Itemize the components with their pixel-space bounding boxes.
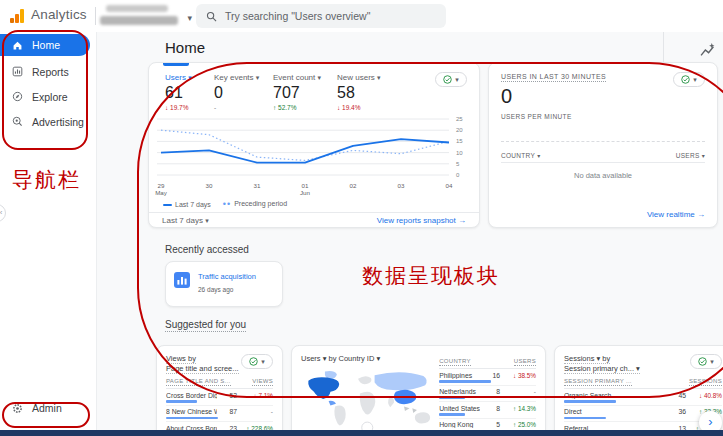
table-row[interactable]: United States8↑ 14.3% <box>439 402 536 419</box>
ga-home-screen: Analytics ▾ Try searching "Users overvie… <box>0 0 723 436</box>
card-title-line2: Page title and scree... <box>166 364 239 374</box>
chevron-down-icon: ▾ <box>256 74 260 81</box>
column-label[interactable]: PAGE TITLE AND S... <box>166 378 231 386</box>
table-row[interactable]: Cross Border Digital ...52↓ 7.1% <box>166 389 273 406</box>
card-title-line2: Session primary ch... ▾ <box>564 364 640 374</box>
column-label[interactable]: SESSIONS <box>689 378 722 386</box>
row-value: 36 <box>666 408 686 415</box>
realtime-card: USERS IN LAST 30 MINUTES ▾ 0 USERS PER M… <box>488 62 718 228</box>
insights-button[interactable] <box>697 40 717 60</box>
column-label[interactable]: COUNTRY <box>439 358 471 366</box>
view-realtime-link[interactable]: View realtime → <box>647 210 705 219</box>
row-name: Netherlands <box>439 388 480 395</box>
metric-delta: ↑ 52.7% <box>273 104 337 111</box>
sidebar-item-label: Advertising <box>32 116 84 128</box>
sidebar-item-reports[interactable]: Reports <box>0 59 96 84</box>
sidebar-collapse-handle[interactable]: ‹ <box>0 204 6 222</box>
brand-name: Analytics <box>31 7 87 22</box>
row-bar <box>439 413 465 416</box>
no-data-message: No data available <box>489 171 717 180</box>
suggested-card-views-by-page: Views by Page title and scree... ▾ PAGE … <box>156 345 283 436</box>
sidebar-item-admin[interactable]: Admin <box>0 402 62 414</box>
metric-label: Event count <box>273 73 315 82</box>
svg-text:0: 0 <box>456 172 460 178</box>
solid-line-swatch <box>163 204 172 206</box>
suggested-heading-label: Suggested for you <box>165 319 246 332</box>
insight-status-dropdown[interactable]: ▾ <box>435 72 467 87</box>
check-circle-icon <box>443 75 452 84</box>
column-country[interactable]: COUNTRY ▾ <box>501 152 540 159</box>
chevron-down-icon: ▾ <box>702 153 705 159</box>
row-name: United States <box>439 405 480 412</box>
overview-card: Users ▾ 61 ↓ 19.7% Key events ▾ 0 - Even… <box>148 62 480 228</box>
search-placeholder: Try searching "Users overview" <box>225 10 370 22</box>
card-title-line1: Views by <box>166 354 196 364</box>
link-label: View realtime <box>647 210 695 219</box>
svg-text:10: 10 <box>456 150 463 156</box>
column-label[interactable]: USERS <box>514 358 536 366</box>
users-trend-chart[interactable]: 0510152025 <box>157 117 473 181</box>
chevron-down-icon: ▾ <box>188 74 192 81</box>
table-body: Organic Search45↓ 40.8%Direct36↑ 33.3%Re… <box>564 389 722 436</box>
country-table: COUNTRY USERS Philippines16↓ 38.5%Nether… <box>439 354 536 435</box>
metric-new-users[interactable]: New users ▾ 58 ↓ 19.4% <box>337 73 417 111</box>
view-reports-snapshot-link[interactable]: View reports snapshot → <box>377 216 466 225</box>
column-label[interactable]: SESSION PRIMARY ... <box>564 378 632 386</box>
recently-accessed-item[interactable]: Traffic acquisition 26 days ago <box>165 261 283 307</box>
metric-users[interactable]: Users ▾ 61 ↓ 19.7% <box>165 73 214 111</box>
main-content: Home Users ▾ 61 ↓ 19.7% Key events ▾ 0 - <box>97 32 723 436</box>
row-bar <box>166 417 218 420</box>
row-value: 8 <box>480 405 500 412</box>
legend-label: Last 7 days <box>175 201 211 208</box>
x-tick-label: 30 <box>197 182 221 189</box>
metric-delta: ↓ 19.7% <box>165 104 214 111</box>
card-title[interactable]: Views by Page title and scree... <box>166 354 239 374</box>
chevron-down-icon: ▾ <box>693 76 697 84</box>
topbar: Analytics ▾ Try searching "Users overvie… <box>0 0 723 32</box>
table-row[interactable]: Netherlands8- <box>439 386 536 403</box>
overview-footer: Last 7 days ▾ View reports snapshot → <box>149 213 479 228</box>
table-row[interactable]: Philippines16↓ 38.5% <box>439 369 536 386</box>
metric-event-count[interactable]: Event count ▾ 707 ↑ 52.7% <box>273 73 337 111</box>
metric-delta: - <box>214 104 273 111</box>
sidebar-item-home[interactable]: Home <box>0 34 90 56</box>
search-input[interactable]: Try searching "Users overview" <box>196 4 446 28</box>
recent-item-age: 26 days ago <box>198 286 256 293</box>
table-header: PAGE TITLE AND S... VIEWS <box>166 374 273 389</box>
check-circle-icon <box>698 357 707 366</box>
insight-status-dropdown[interactable]: ▾ <box>241 354 273 369</box>
row-delta: ↓ 7.1% <box>237 392 273 399</box>
table-row[interactable]: 8 New Chinese Web ...87- <box>166 406 273 423</box>
x-tick-label: 03 <box>389 182 413 189</box>
column-users[interactable]: USERS ▾ <box>676 152 705 159</box>
date-range-selector[interactable]: Last 7 days ▾ <box>162 216 209 225</box>
x-tick-label: 04 <box>437 182 461 189</box>
metrics-row: Users ▾ 61 ↓ 19.7% Key events ▾ 0 - Even… <box>165 73 417 111</box>
row-name: Direct <box>564 408 666 415</box>
insight-status-dropdown[interactable]: ▾ <box>690 354 722 369</box>
empty-sparkline-baseline <box>501 141 705 142</box>
world-map[interactable] <box>301 368 435 432</box>
row-bar <box>564 417 606 420</box>
sidebar-item-explore[interactable]: Explore <box>0 84 96 109</box>
arrow-right-icon: → <box>458 216 466 225</box>
check-circle-icon <box>249 357 258 366</box>
column-label[interactable]: VIEWS <box>252 378 273 386</box>
x-tick-label: 31 <box>245 182 269 189</box>
row-delta: ↓ 40.8% <box>686 392 722 399</box>
arrow-right-icon: → <box>697 210 705 219</box>
row-delta: - <box>500 388 536 395</box>
row-bar <box>564 400 616 403</box>
recent-item-title: Traffic acquisition <box>198 272 256 281</box>
sidebar-item-advertising[interactable]: Advertising <box>0 109 96 134</box>
chevron-right-icon: › <box>708 414 712 429</box>
insight-status-dropdown[interactable]: ▾ <box>673 72 705 87</box>
row-bar <box>439 380 491 383</box>
card-title[interactable]: Sessions ▾ by Session primary ch... ▾ <box>564 354 640 374</box>
metric-key-events[interactable]: Key events ▾ 0 - <box>214 73 273 111</box>
chevron-left-icon: ‹ <box>0 208 2 217</box>
table-row[interactable]: Organic Search45↓ 40.8% <box>564 389 722 406</box>
chevron-down-icon: ▾ <box>537 153 540 159</box>
home-icon <box>12 40 23 51</box>
account-property-selector[interactable]: ▾ <box>100 2 192 30</box>
